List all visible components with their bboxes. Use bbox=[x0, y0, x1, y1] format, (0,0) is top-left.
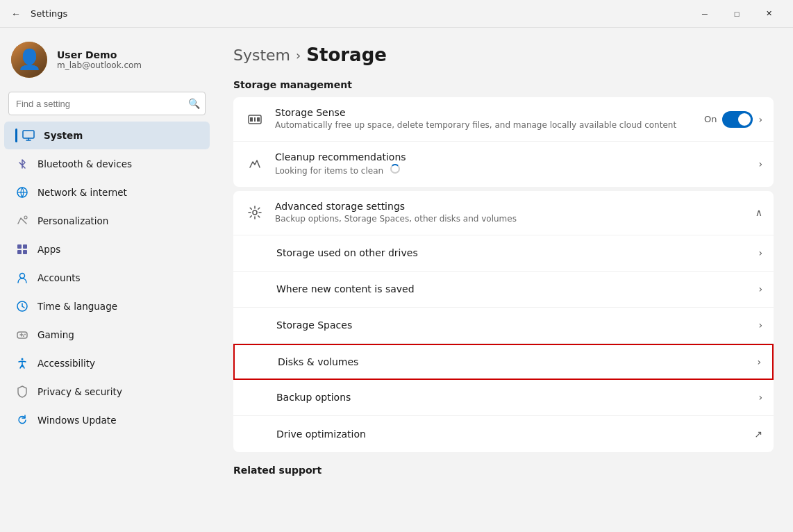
sidebar-item-label-accounts: Accounts bbox=[37, 272, 81, 283]
advanced-storage-text: Advanced storage settings Backup options… bbox=[275, 201, 746, 225]
sidebar-item-personalization[interactable]: Personalization bbox=[4, 207, 210, 235]
time-nav-icon bbox=[15, 299, 29, 313]
advanced-storage-icon bbox=[244, 202, 265, 223]
storage-sense-label: Storage Sense bbox=[275, 107, 694, 118]
search-input[interactable] bbox=[8, 92, 206, 115]
avatar-image: 👤 bbox=[11, 42, 47, 78]
title-bar: ← Settings ─ □ ✕ bbox=[0, 0, 793, 28]
backup-options-item[interactable]: Backup options › bbox=[233, 380, 774, 416]
svg-rect-16 bbox=[257, 117, 260, 122]
other-drives-label: Storage used on other drives bbox=[276, 247, 749, 258]
advanced-chevron-up-icon: ∧ bbox=[756, 207, 762, 218]
storage-sense-item[interactable]: Storage Sense Automatically free up spac… bbox=[233, 97, 774, 142]
sidebar-item-accessibility[interactable]: Accessibility bbox=[4, 349, 210, 377]
svg-point-10 bbox=[24, 334, 26, 335]
new-content-label: Where new content is saved bbox=[276, 283, 749, 294]
cleanup-icon bbox=[244, 153, 265, 174]
svg-rect-0 bbox=[23, 131, 34, 138]
sidebar-item-label-accessibility: Accessibility bbox=[37, 358, 95, 369]
storage-sense-right: On › bbox=[704, 111, 762, 128]
advanced-storage-section: Advanced storage settings Backup options… bbox=[233, 191, 774, 452]
active-indicator bbox=[15, 128, 17, 142]
sidebar-item-apps[interactable]: Apps bbox=[4, 235, 210, 263]
privacy-nav-icon bbox=[15, 385, 29, 399]
user-email: m_lab@outlook.com bbox=[57, 60, 142, 70]
storage-sense-toggle-label: On bbox=[704, 114, 717, 124]
new-content-item[interactable]: Where new content is saved › bbox=[233, 272, 774, 308]
avatar: 👤 bbox=[11, 42, 47, 78]
title-bar-left: ← Settings bbox=[8, 8, 67, 19]
advanced-storage-header[interactable]: Advanced storage settings Backup options… bbox=[233, 191, 774, 235]
disks-volumes-item[interactable]: Disks & volumes › bbox=[233, 344, 774, 380]
svg-point-11 bbox=[23, 335, 24, 337]
close-button[interactable]: ✕ bbox=[753, 3, 785, 25]
sidebar-item-system[interactable]: System bbox=[4, 122, 210, 149]
nav-list: SystemBluetooth & devicesNetwork & inter… bbox=[0, 121, 214, 435]
svg-rect-5 bbox=[17, 250, 22, 254]
personalization-nav-icon bbox=[15, 214, 29, 228]
advanced-storage-right: ∧ bbox=[756, 207, 762, 218]
accessibility-nav-icon bbox=[15, 356, 29, 370]
accounts-nav-icon bbox=[15, 271, 29, 285]
back-button[interactable]: ← bbox=[8, 8, 24, 19]
storage-spaces-item[interactable]: Storage Spaces › bbox=[233, 308, 774, 344]
svg-point-2 bbox=[24, 216, 27, 219]
minimize-button[interactable]: ─ bbox=[689, 3, 721, 25]
svg-rect-3 bbox=[17, 244, 22, 249]
svg-point-7 bbox=[20, 274, 25, 279]
sidebar-item-network[interactable]: Network & internet bbox=[4, 178, 210, 206]
gaming-nav-icon bbox=[15, 328, 29, 342]
user-name: User Demo bbox=[57, 49, 142, 60]
maximize-button[interactable]: □ bbox=[721, 3, 753, 25]
sidebar-item-label-apps: Apps bbox=[37, 244, 60, 255]
cleanup-text: Cleanup recommendations Looking for item… bbox=[275, 151, 749, 177]
cleanup-desc: Looking for items to clean bbox=[275, 164, 749, 177]
breadcrumb-parent[interactable]: System bbox=[233, 47, 290, 64]
cleanup-item[interactable]: Cleanup recommendations Looking for item… bbox=[233, 142, 774, 187]
storage-management-title: Storage management bbox=[233, 79, 774, 90]
related-support-title: Related support bbox=[233, 465, 774, 476]
breadcrumb-current: Storage bbox=[306, 44, 387, 65]
drive-optimization-item[interactable]: Drive optimization ↗︎ bbox=[233, 416, 774, 452]
sidebar-item-accounts[interactable]: Accounts bbox=[4, 264, 210, 292]
sidebar-item-label-system: System bbox=[44, 130, 83, 141]
sidebar: 👤 User Demo m_lab@outlook.com 🔍 SystemBl… bbox=[0, 28, 214, 532]
content-area: System › Storage Storage management Stor… bbox=[214, 28, 793, 532]
storage-spaces-label: Storage Spaces bbox=[276, 319, 749, 331]
svg-rect-15 bbox=[254, 117, 256, 122]
sidebar-item-update[interactable]: Windows Update bbox=[4, 406, 210, 434]
external-link-icon: ↗︎ bbox=[754, 429, 762, 440]
network-nav-icon bbox=[15, 185, 29, 199]
svg-point-12 bbox=[22, 358, 24, 360]
cleanup-right: › bbox=[758, 158, 762, 169]
backup-options-chevron: › bbox=[758, 392, 762, 403]
cleanup-chevron: › bbox=[758, 158, 762, 169]
search-box: 🔍 bbox=[8, 92, 206, 115]
storage-spaces-chevron: › bbox=[758, 319, 762, 331]
window-title: Settings bbox=[31, 8, 67, 19]
sidebar-item-label-network: Network & internet bbox=[37, 187, 127, 198]
disks-volumes-chevron: › bbox=[757, 356, 761, 367]
window-controls: ─ □ ✕ bbox=[689, 3, 785, 25]
other-drives-item[interactable]: Storage used on other drives › bbox=[233, 235, 774, 272]
sidebar-item-label-gaming: Gaming bbox=[37, 329, 74, 340]
loading-spinner bbox=[390, 164, 400, 174]
bluetooth-nav-icon bbox=[15, 157, 29, 171]
svg-rect-4 bbox=[23, 244, 27, 249]
user-info: User Demo m_lab@outlook.com bbox=[57, 49, 142, 70]
sidebar-item-time[interactable]: Time & language bbox=[4, 292, 210, 320]
advanced-storage-desc: Backup options, Storage Spaces, other di… bbox=[275, 213, 746, 225]
svg-point-17 bbox=[253, 210, 257, 215]
advanced-storage-label: Advanced storage settings bbox=[275, 201, 746, 212]
sidebar-item-label-bluetooth: Bluetooth & devices bbox=[37, 158, 132, 169]
storage-sense-chevron: › bbox=[758, 114, 762, 125]
breadcrumb: System › Storage bbox=[233, 44, 774, 65]
sidebar-item-gaming[interactable]: Gaming bbox=[4, 321, 210, 349]
sidebar-item-bluetooth[interactable]: Bluetooth & devices bbox=[4, 150, 210, 178]
sidebar-item-label-personalization: Personalization bbox=[37, 215, 108, 226]
user-section: 👤 User Demo m_lab@outlook.com bbox=[0, 33, 214, 92]
breadcrumb-arrow: › bbox=[296, 48, 301, 63]
storage-sense-toggle[interactable] bbox=[722, 111, 753, 128]
sidebar-item-privacy[interactable]: Privacy & security bbox=[4, 378, 210, 406]
storage-sense-text: Storage Sense Automatically free up spac… bbox=[275, 107, 694, 131]
